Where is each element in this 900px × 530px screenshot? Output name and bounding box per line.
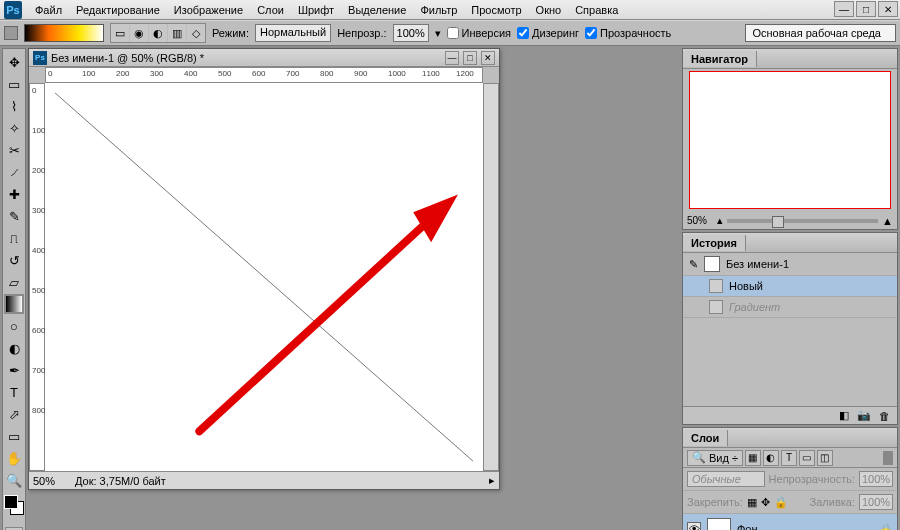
mode-label: Режим: [212,27,249,39]
navigator-panel: Навигатор 50% ▴ ▲ [682,48,898,230]
gradient-guide-line [55,93,473,461]
options-bar: ▭ ◉ ◐ ▥ ◇ Режим: Нормальный Непрозр.: ▾ … [0,20,900,46]
menu-help[interactable]: Справка [568,2,625,18]
navigator-slider[interactable] [727,219,878,223]
layer-background[interactable]: 👁 Фон 🔒 [683,514,897,530]
menu-view[interactable]: Просмотр [464,2,528,18]
healing-tool[interactable]: ✚ [4,184,24,204]
menu-type[interactable]: Шрифт [291,2,341,18]
visibility-icon[interactable]: 👁 [687,522,701,530]
eraser-tool[interactable]: ▱ [4,272,24,292]
history-brush-source-icon[interactable]: ✎ [689,258,698,271]
lock-position-icon[interactable]: ✥ [761,496,770,509]
brush-tool[interactable]: ✎ [4,206,24,226]
wand-tool[interactable]: ✧ [4,118,24,138]
eyedropper-tool[interactable]: ⟋ [4,162,24,182]
fill-value[interactable]: 100% [859,494,893,510]
scrollbar-vertical[interactable] [483,83,499,471]
shape-tool[interactable]: ▭ [4,426,24,446]
canvas[interactable] [45,83,483,471]
gradient-radial[interactable]: ◉ [130,24,148,42]
lock-all-icon[interactable]: 🔒 [774,496,788,509]
document-titlebar[interactable]: Ps Без имени-1 @ 50% (RGB/8) * — □ ✕ [29,49,499,67]
doc-ps-icon: Ps [33,51,47,65]
history-brush-tool[interactable]: ↺ [4,250,24,270]
layer-filter-kind[interactable]: 🔍 Вид ÷ [687,450,743,466]
doc-maximize[interactable]: □ [463,51,477,65]
svg-rect-0 [6,296,22,312]
blend-mode-select[interactable]: Нормальный [255,24,331,42]
color-swatches[interactable] [4,495,24,515]
menu-edit[interactable]: Редактирование [69,2,167,18]
gradient-diamond[interactable]: ◇ [187,24,205,42]
zoom-in-icon[interactable]: ▲ [882,215,893,227]
history-newdoc-button[interactable]: 📷 [857,409,871,423]
blend-mode[interactable]: Обычные [687,471,765,487]
navigator-zoom[interactable]: 50% [687,215,713,226]
history-snapshot[interactable]: ✎ Без имени-1 [683,253,897,276]
gradient-angle[interactable]: ◐ [149,24,167,42]
layers-tab[interactable]: Слои [683,430,728,446]
lock-label: Закрепить: [687,496,743,508]
layer-thumb[interactable] [707,518,731,530]
zoom-tool[interactable]: 🔍 [4,470,24,490]
dither-checkbox[interactable]: Дизеринг [517,27,579,39]
menu-layers[interactable]: Слои [250,2,291,18]
move-tool[interactable]: ✥ [4,52,24,72]
opacity-popup-icon[interactable]: ▾ [435,27,441,40]
gradient-tool[interactable] [4,294,24,314]
navigator-tab[interactable]: Навигатор [683,51,757,67]
transparency-checkbox[interactable]: Прозрачность [585,27,671,39]
stamp-tool[interactable]: ⎍ [4,228,24,248]
gradient-preview[interactable] [24,24,104,42]
filter-type-icon[interactable]: T [781,450,797,466]
history-snapshot-button[interactable]: ◧ [837,409,851,423]
menu-filter[interactable]: Фильтр [413,2,464,18]
hand-tool[interactable]: ✋ [4,448,24,468]
doc-minimize[interactable]: — [445,51,459,65]
pen-tool[interactable]: ✒ [4,360,24,380]
gradient-reflected[interactable]: ▥ [168,24,186,42]
lasso-tool[interactable]: ⌇ [4,96,24,116]
tool-preset-icon[interactable] [4,26,18,40]
marquee-tool[interactable]: ▭ [4,74,24,94]
filter-shape-icon[interactable]: ▭ [799,450,815,466]
invert-checkbox[interactable]: Инверсия [447,27,512,39]
filter-smart-icon[interactable]: ◫ [817,450,833,466]
workspace-select[interactable]: Основная рабочая среда [745,24,896,42]
opacity-input[interactable] [393,24,429,42]
menu-select[interactable]: Выделение [341,2,413,18]
blur-tool[interactable]: ○ [4,316,24,336]
menu-image[interactable]: Изображение [167,2,250,18]
menu-window[interactable]: Окно [529,2,569,18]
window-maximize[interactable]: □ [856,1,876,17]
menu-file[interactable]: Файл [28,2,69,18]
gradient-linear[interactable]: ▭ [111,24,129,42]
history-delete-button[interactable]: 🗑 [877,409,891,423]
type-tool[interactable]: T [4,382,24,402]
history-tab[interactable]: История [683,235,746,251]
filter-toggle[interactable] [883,451,893,465]
layer-name[interactable]: Фон [737,523,758,530]
window-minimize[interactable]: — [834,1,854,17]
dodge-tool[interactable]: ◐ [4,338,24,358]
history-item-new[interactable]: Новый [683,276,897,297]
scrollbar-horizontal[interactable]: ▸ [485,474,499,487]
filter-adjust-icon[interactable]: ◐ [763,450,779,466]
zoom-out-icon[interactable]: ▴ [717,214,723,227]
zoom-value[interactable]: 50% [29,475,69,487]
svg-marker-2 [413,194,458,242]
lock-pixels-icon[interactable]: ▦ [747,496,757,509]
path-tool[interactable]: ⬀ [4,404,24,424]
doc-close[interactable]: ✕ [481,51,495,65]
doc-info[interactable]: Док: 3,75M/0 байт [69,475,485,487]
svg-line-1 [199,207,443,431]
layer-opacity-value[interactable]: 100% [859,471,893,487]
window-close[interactable]: ✕ [878,1,898,17]
history-item-gradient[interactable]: Градиент [683,297,897,318]
ruler-vertical[interactable]: 0100200300400500600700800 [29,83,45,471]
navigator-preview[interactable] [689,71,891,209]
ruler-horizontal[interactable]: 0100200300400500600700800900100011001200 [45,67,483,83]
filter-pixel-icon[interactable]: ▦ [745,450,761,466]
crop-tool[interactable]: ✂ [4,140,24,160]
